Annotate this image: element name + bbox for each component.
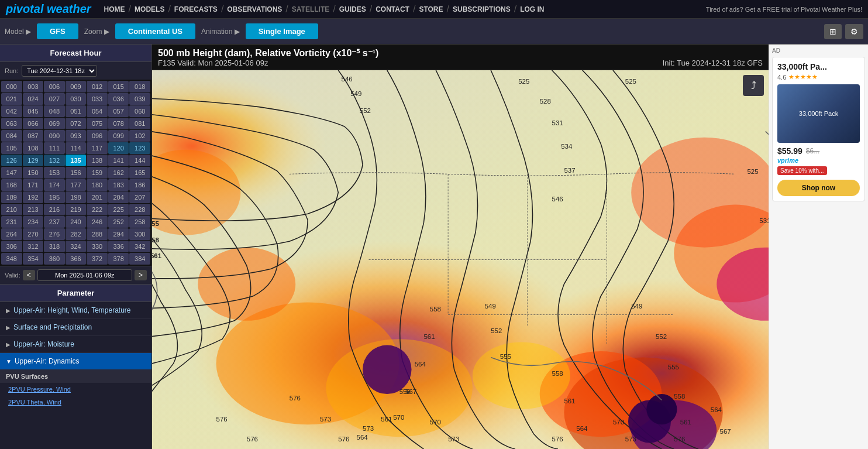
hour-cell[interactable]: 201: [87, 191, 108, 203]
hour-cell[interactable]: 006: [44, 81, 65, 92]
hour-cell[interactable]: 204: [108, 191, 129, 203]
hour-cell[interactable]: 033: [87, 93, 108, 105]
hour-cell[interactable]: 111: [44, 142, 65, 154]
hour-cell[interactable]: 126: [1, 155, 22, 166]
hour-cell[interactable]: 258: [129, 216, 150, 228]
hour-cell[interactable]: 246: [87, 216, 108, 228]
grid-view-button[interactable]: ⊞: [824, 24, 842, 39]
hour-cell[interactable]: 210: [1, 204, 22, 215]
model-button[interactable]: GFS: [37, 23, 78, 39]
hour-cell[interactable]: 177: [66, 179, 87, 191]
hour-cell[interactable]: 051: [66, 105, 87, 117]
hour-cell[interactable]: 153: [44, 167, 65, 179]
hour-cell[interactable]: 105: [1, 142, 22, 154]
hour-cell[interactable]: 168: [1, 179, 22, 191]
nav-models[interactable]: MODELS: [131, 5, 168, 13]
nav-satellite[interactable]: SATELLITE: [288, 5, 333, 13]
hour-cell[interactable]: 159: [87, 167, 108, 179]
hour-cell[interactable]: 135: [66, 155, 87, 166]
hour-cell[interactable]: 372: [87, 253, 108, 265]
hour-cell[interactable]: 039: [129, 93, 150, 105]
hour-cell[interactable]: 288: [87, 228, 108, 240]
hour-cell[interactable]: 087: [23, 130, 44, 142]
hour-cell[interactable]: 366: [66, 253, 87, 265]
nav-store[interactable]: STORE: [415, 5, 446, 13]
hour-cell[interactable]: 318: [44, 241, 65, 252]
hour-cell[interactable]: 057: [108, 105, 129, 117]
hour-cell[interactable]: 144: [129, 155, 150, 166]
hour-cell[interactable]: 123: [129, 142, 150, 154]
hour-cell[interactable]: 198: [66, 191, 87, 203]
hour-cell[interactable]: 336: [108, 241, 129, 252]
hour-cell[interactable]: 228: [129, 204, 150, 215]
next-hour-button[interactable]: >: [135, 270, 147, 280]
hour-cell[interactable]: 240: [66, 216, 87, 228]
hour-cell[interactable]: 282: [66, 228, 87, 240]
hour-cell[interactable]: 084: [1, 130, 22, 142]
hour-cell[interactable]: 207: [129, 191, 150, 203]
hour-cell[interactable]: 117: [87, 142, 108, 154]
hour-cell[interactable]: 129: [23, 155, 44, 166]
hour-cell[interactable]: 330: [87, 241, 108, 252]
nav-subscriptions[interactable]: SUBSCRIPTIONS: [449, 5, 514, 13]
hour-cell[interactable]: 180: [87, 179, 108, 191]
hour-cell[interactable]: 030: [66, 93, 87, 105]
hour-cell[interactable]: 090: [44, 130, 65, 142]
hour-cell[interactable]: 192: [23, 191, 44, 203]
hour-cell[interactable]: 102: [129, 130, 150, 142]
ad-shop-button[interactable]: Shop now: [777, 180, 860, 196]
hour-cell[interactable]: 225: [108, 204, 129, 215]
hour-cell[interactable]: 231: [1, 216, 22, 228]
hour-cell[interactable]: 360: [44, 253, 65, 265]
hour-cell[interactable]: 384: [129, 253, 150, 265]
hour-cell[interactable]: 186: [129, 179, 150, 191]
hour-cell[interactable]: 048: [44, 105, 65, 117]
hour-cell[interactable]: 183: [108, 179, 129, 191]
hour-cell[interactable]: 324: [66, 241, 87, 252]
hour-cell[interactable]: 081: [129, 118, 150, 129]
hour-cell[interactable]: 195: [44, 191, 65, 203]
hour-cell[interactable]: 150: [23, 167, 44, 179]
pvu-item-2[interactable]: 2PVU Theta, Wind: [0, 396, 151, 409]
hour-cell[interactable]: 342: [129, 241, 150, 252]
pvu-item-1[interactable]: 2PVU Pressure, Wind: [0, 383, 151, 396]
hour-cell[interactable]: 189: [1, 191, 22, 203]
hour-cell[interactable]: 009: [66, 81, 87, 92]
hour-cell[interactable]: 093: [66, 130, 87, 142]
hour-cell[interactable]: 132: [44, 155, 65, 166]
hour-cell[interactable]: 171: [23, 179, 44, 191]
hour-cell[interactable]: 036: [108, 93, 129, 105]
nav-guides[interactable]: GUIDES: [336, 5, 370, 13]
run-select[interactable]: Tue 2024-12-31 18z: [22, 65, 97, 77]
hour-cell[interactable]: 075: [87, 118, 108, 129]
hour-cell[interactable]: 012: [87, 81, 108, 92]
nav-home[interactable]: HOME: [101, 5, 129, 13]
param-surface-precip[interactable]: ▶ Surface and Precipitation: [0, 319, 151, 336]
hour-cell[interactable]: 060: [129, 105, 150, 117]
hour-cell[interactable]: 015: [108, 81, 129, 92]
param-upper-air[interactable]: ▶ Upper-Air: Height, Wind, Temperature: [0, 302, 151, 319]
hour-cell[interactable]: 174: [44, 179, 65, 191]
hour-cell[interactable]: 024: [23, 93, 44, 105]
hour-cell[interactable]: 216: [44, 204, 65, 215]
nav-contact[interactable]: CONTACT: [372, 5, 413, 13]
zoom-button[interactable]: Continental US: [115, 23, 195, 39]
hour-cell[interactable]: 120: [108, 142, 129, 154]
settings-button[interactable]: ⚙: [845, 24, 863, 39]
hour-cell[interactable]: 264: [1, 228, 22, 240]
hour-cell[interactable]: 162: [108, 167, 129, 179]
hour-cell[interactable]: 069: [44, 118, 65, 129]
hour-cell[interactable]: 096: [87, 130, 108, 142]
param-upper-dynamics[interactable]: ▼ Upper-Air: Dynamics: [0, 353, 151, 370]
hour-cell[interactable]: 270: [23, 228, 44, 240]
hour-cell[interactable]: 078: [108, 118, 129, 129]
hour-cell[interactable]: 300: [129, 228, 150, 240]
hour-cell[interactable]: 222: [87, 204, 108, 215]
hour-cell[interactable]: 114: [66, 142, 87, 154]
hour-cell[interactable]: 348: [1, 253, 22, 265]
param-upper-moisture[interactable]: ▶ Upper-Air: Moisture: [0, 336, 151, 353]
hour-cell[interactable]: 099: [108, 130, 129, 142]
hour-cell[interactable]: 237: [44, 216, 65, 228]
hour-cell[interactable]: 042: [1, 105, 22, 117]
hour-cell[interactable]: 003: [23, 81, 44, 92]
